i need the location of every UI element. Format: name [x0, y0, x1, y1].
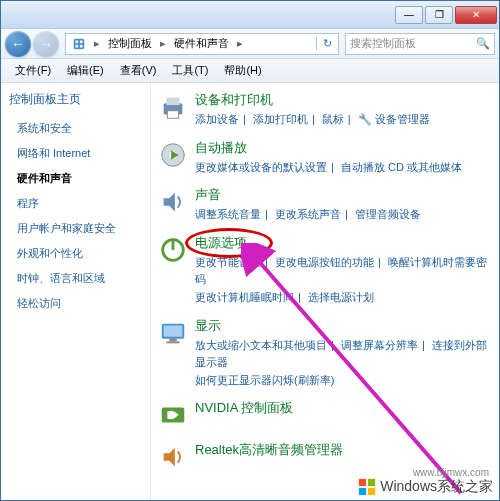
svg-rect-3 [76, 44, 79, 47]
svg-rect-6 [166, 98, 179, 106]
link-resolution[interactable]: 调整屏幕分辨率 [341, 339, 418, 351]
link-power-plan[interactable]: 选择电源计划 [308, 291, 374, 303]
svg-rect-0 [74, 38, 85, 49]
link-adjust-volume[interactable]: 调整系统音量 [195, 208, 261, 220]
link-add-printer[interactable]: 添加打印机 [253, 113, 308, 125]
link-audio-devices[interactable]: 管理音频设备 [355, 208, 421, 220]
printer-icon [157, 91, 189, 123]
category-title[interactable]: 显示 [195, 317, 493, 335]
menu-tools[interactable]: 工具(T) [164, 61, 216, 80]
close-button[interactable]: ✕ [455, 6, 497, 24]
menu-bar: 文件(F) 编辑(E) 查看(V) 工具(T) 帮助(H) [1, 59, 499, 83]
forward-button[interactable]: → [33, 31, 59, 57]
sound-icon [157, 186, 189, 218]
svg-rect-7 [167, 111, 178, 119]
sidebar-home[interactable]: 控制面板主页 [9, 91, 146, 108]
category-power-options: 电源选项 更改节能设置| 更改电源按钮的功能| 唤醒计算机时需要密码 更改计算机… [157, 234, 493, 307]
link-add-device[interactable]: 添加设备 [195, 113, 239, 125]
svg-rect-1 [76, 40, 79, 43]
link-mouse[interactable]: 鼠标 [322, 113, 344, 125]
windows-logo-icon [358, 478, 376, 496]
sidebar-item-hardware-sound[interactable]: 硬件和声音 [9, 166, 146, 191]
category-title[interactable]: Realtek高清晰音频管理器 [195, 441, 493, 459]
category-display: 显示 放大或缩小文本和其他项目| 调整屏幕分辨率| 连接到外部显示器 如何更正显… [157, 317, 493, 390]
chevron-right-icon: ▸ [158, 37, 168, 50]
watermark-url: www.bjjmwx.com [413, 467, 489, 478]
svg-rect-4 [80, 44, 83, 47]
maximize-button[interactable]: ❐ [425, 6, 453, 24]
search-placeholder: 搜索控制面板 [350, 36, 416, 51]
link-text-size[interactable]: 放大或缩小文本和其他项目 [195, 339, 327, 351]
sidebar-item-ease-of-access[interactable]: 轻松访问 [9, 291, 146, 316]
category-title[interactable]: 自动播放 [195, 139, 493, 157]
back-button[interactable]: ← [5, 31, 31, 57]
link-energy-saving[interactable]: 更改节能设置 [195, 256, 261, 268]
category-title[interactable]: 设备和打印机 [195, 91, 493, 109]
svg-rect-22 [359, 479, 366, 486]
sidebar: 控制面板主页 系统和安全 网络和 Internet 硬件和声音 程序 用户帐户和… [1, 83, 151, 500]
svg-rect-2 [80, 40, 83, 43]
autoplay-icon [157, 139, 189, 171]
body-area: 控制面板主页 系统和安全 网络和 Internet 硬件和声音 程序 用户帐户和… [1, 83, 499, 500]
sidebar-item-programs[interactable]: 程序 [9, 191, 146, 216]
search-input[interactable]: 搜索控制面板 🔍 [345, 33, 495, 55]
link-system-sounds[interactable]: 更改系统声音 [275, 208, 341, 220]
sidebar-item-clock-language[interactable]: 时钟、语言和区域 [9, 266, 146, 291]
link-device-manager[interactable]: 🔧 设备管理器 [358, 113, 430, 125]
svg-rect-16 [169, 338, 177, 341]
content-area: 设备和打印机 添加设备| 添加打印机| 鼠标| 🔧 设备管理器 自动播放 [151, 83, 499, 500]
svg-rect-15 [164, 325, 183, 336]
chevron-right-icon: ▸ [235, 37, 245, 50]
realtek-icon [157, 441, 189, 473]
link-autoplay-cd[interactable]: 自动播放 CD 或其他媒体 [341, 161, 462, 173]
svg-rect-25 [368, 488, 375, 495]
menu-file[interactable]: 文件(F) [7, 61, 59, 80]
breadcrumb-icon[interactable] [66, 34, 92, 54]
category-devices-printers: 设备和打印机 添加设备| 添加打印机| 鼠标| 🔧 设备管理器 [157, 91, 493, 129]
watermark-text: Windows系统之家 [380, 478, 493, 496]
power-icon [157, 234, 189, 266]
control-panel-window: — ❐ ✕ ← → ▸ 控制面板 ▸ 硬件和声音 ▸ ↻ 搜索控制面板 🔍 文件… [0, 0, 500, 501]
category-title[interactable]: 声音 [195, 186, 493, 204]
watermark: Windows系统之家 [358, 478, 493, 496]
menu-view[interactable]: 查看(V) [112, 61, 165, 80]
category-title[interactable]: 电源选项 [195, 234, 493, 252]
sidebar-item-network-internet[interactable]: 网络和 Internet [9, 141, 146, 166]
link-refresh-rate[interactable]: 如何更正显示器闪烁(刷新率) [195, 374, 334, 386]
svg-marker-11 [164, 193, 175, 212]
svg-rect-24 [359, 488, 366, 495]
navigation-bar: ← → ▸ 控制面板 ▸ 硬件和声音 ▸ ↻ 搜索控制面板 🔍 [1, 29, 499, 59]
link-sleep-time[interactable]: 更改计算机睡眠时间 [195, 291, 294, 303]
minimize-button[interactable]: — [395, 6, 423, 24]
display-icon [157, 317, 189, 349]
breadcrumb-control-panel[interactable]: 控制面板 [102, 34, 158, 54]
menu-edit[interactable]: 编辑(E) [59, 61, 112, 80]
svg-marker-19 [164, 448, 175, 467]
category-autoplay: 自动播放 更改媒体或设备的默认设置| 自动播放 CD 或其他媒体 [157, 139, 493, 177]
sidebar-item-system-security[interactable]: 系统和安全 [9, 116, 146, 141]
menu-help[interactable]: 帮助(H) [216, 61, 269, 80]
category-nvidia: NVIDIA 控制面板 [157, 399, 493, 431]
titlebar: — ❐ ✕ [1, 1, 499, 29]
breadcrumb-hardware-sound[interactable]: 硬件和声音 [168, 34, 235, 54]
link-change-defaults[interactable]: 更改媒体或设备的默认设置 [195, 161, 327, 173]
category-sound: 声音 调整系统音量| 更改系统声音| 管理音频设备 [157, 186, 493, 224]
nvidia-icon [157, 399, 189, 431]
search-icon[interactable]: 🔍 [476, 37, 490, 50]
svg-rect-17 [166, 341, 179, 343]
link-power-button[interactable]: 更改电源按钮的功能 [275, 256, 374, 268]
sidebar-item-appearance[interactable]: 外观和个性化 [9, 241, 146, 266]
category-title[interactable]: NVIDIA 控制面板 [195, 399, 493, 417]
breadcrumb[interactable]: ▸ 控制面板 ▸ 硬件和声音 ▸ ↻ [65, 33, 339, 55]
svg-rect-23 [368, 479, 375, 486]
sidebar-item-user-accounts[interactable]: 用户帐户和家庭安全 [9, 216, 146, 241]
chevron-right-icon: ▸ [92, 37, 102, 50]
refresh-button[interactable]: ↻ [316, 37, 338, 50]
